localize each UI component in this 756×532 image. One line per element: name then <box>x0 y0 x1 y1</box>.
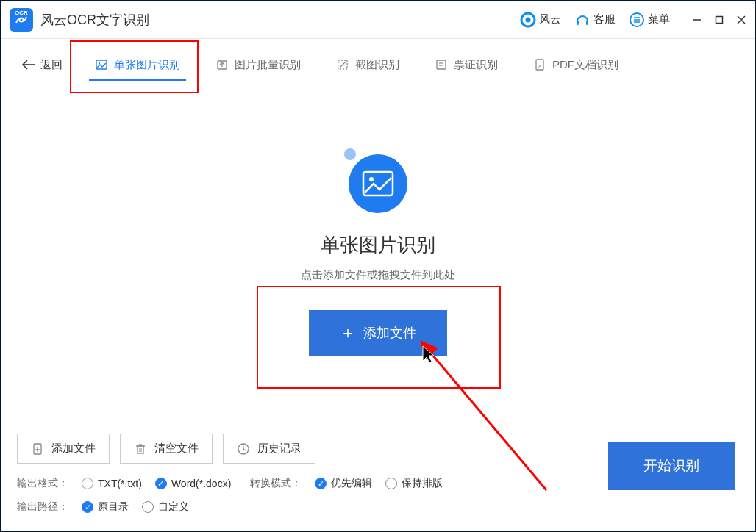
svg-point-1 <box>21 18 23 21</box>
radio-keep-layout[interactable]: 保持排版 <box>385 477 443 490</box>
target-icon <box>520 12 536 28</box>
pdf-icon: A <box>533 58 546 71</box>
output-path-label: 输出路径： <box>17 500 68 514</box>
ticket-icon <box>435 58 448 71</box>
history-button[interactable]: 历史记录 <box>223 434 315 464</box>
svg-line-20 <box>340 62 346 68</box>
menu-icon <box>629 12 645 28</box>
svg-text:A: A <box>538 64 541 68</box>
svg-marker-30 <box>423 346 434 363</box>
support-button[interactable]: 客服 <box>574 12 616 28</box>
add-file-button[interactable]: 添加文件 <box>17 434 110 464</box>
svg-rect-4 <box>577 21 579 25</box>
svg-line-41 <box>243 449 246 450</box>
radio-edit-first[interactable]: 优先编辑 <box>315 477 372 490</box>
crop-icon <box>336 58 349 71</box>
radio-custom-dir[interactable]: 自定义 <box>142 500 189 514</box>
upload-icon <box>215 58 229 71</box>
cursor-icon <box>421 345 436 364</box>
convert-mode-label: 转换模式： <box>250 477 302 490</box>
back-icon <box>21 60 36 70</box>
radio-txt[interactable]: TXT(*.txt) <box>82 478 142 489</box>
headset-icon <box>574 12 591 28</box>
fengyun-button[interactable]: 风云 <box>520 12 561 28</box>
svg-rect-26 <box>363 172 393 195</box>
image-icon <box>95 58 108 71</box>
main-title: 单张图片识别 <box>321 232 435 258</box>
start-button[interactable]: 开始识别 <box>608 442 735 490</box>
trash-icon <box>134 442 147 456</box>
tab-ticket[interactable]: 票证识别 <box>432 45 501 85</box>
app-logo: OCR <box>10 8 33 32</box>
clock-icon <box>237 442 250 456</box>
tab-pdf[interactable]: A PDF文档识别 <box>530 45 621 85</box>
svg-rect-21 <box>437 60 446 69</box>
svg-rect-11 <box>716 16 723 23</box>
close-button[interactable] <box>736 15 746 25</box>
menu-button[interactable]: 菜单 <box>629 12 670 28</box>
image-placeholder-icon <box>349 154 407 213</box>
svg-rect-5 <box>586 21 588 25</box>
maximize-button[interactable] <box>714 15 724 25</box>
svg-point-16 <box>99 62 100 64</box>
minimize-button[interactable] <box>692 15 702 25</box>
plus-icon: ＋ <box>340 322 356 344</box>
radio-word[interactable]: Word(*.docx) <box>155 478 231 489</box>
tabbar: 返回 单张图片识别 图片批量识别 截图识别 票证识别 A PDF文档识别 <box>1 39 755 90</box>
clear-button[interactable]: 清空文件 <box>120 434 213 464</box>
output-format-label: 输出格式： <box>17 477 68 490</box>
tab-batch-image[interactable]: 图片批量识别 <box>213 45 304 85</box>
back-button[interactable]: 返回 <box>21 58 63 72</box>
svg-rect-34 <box>138 446 143 453</box>
main-drop-area[interactable]: 单张图片识别 点击添加文件或拖拽文件到此处 ＋ 添加文件 <box>1 90 755 420</box>
main-subtitle: 点击添加文件或拖拽文件到此处 <box>301 268 455 282</box>
app-title: 风云OCR文字识别 <box>40 11 520 29</box>
file-plus-icon <box>31 442 44 456</box>
radio-original-dir[interactable]: 原目录 <box>82 500 129 514</box>
tab-screenshot[interactable]: 截图识别 <box>333 45 402 85</box>
footer: 添加文件 清空文件 历史记录 输出格式： TXT(*.txt) Word(*.d… <box>1 420 755 524</box>
titlebar: OCR 风云OCR文字识别 风云 客服 菜单 <box>1 1 755 39</box>
svg-point-3 <box>526 17 531 22</box>
svg-point-27 <box>369 177 374 181</box>
tab-single-image[interactable]: 单张图片识别 <box>92 45 183 85</box>
